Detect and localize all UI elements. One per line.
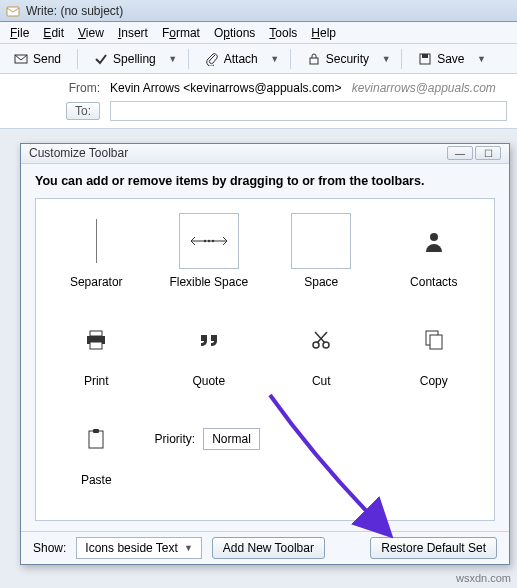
attach-button[interactable]: Attach [199, 49, 264, 69]
check-icon [94, 52, 108, 66]
item-space[interactable]: Space [267, 213, 376, 308]
item-separator[interactable]: Separator [42, 213, 151, 308]
copy-icon [404, 312, 464, 368]
menu-edit[interactable]: Edit [43, 26, 64, 40]
paperclip-icon [205, 52, 219, 66]
item-paste[interactable]: Paste [42, 411, 151, 506]
to-input[interactable] [110, 101, 507, 121]
item-label: Cut [312, 374, 331, 388]
svg-point-6 [208, 240, 210, 242]
menu-insert[interactable]: Insert [118, 26, 148, 40]
show-value: Icons beside Text [85, 541, 178, 555]
from-label: From: [10, 81, 110, 95]
item-label: Flexible Space [169, 275, 248, 289]
send-icon [14, 52, 28, 66]
item-quote[interactable]: Quote [155, 312, 264, 407]
item-label: Quote [192, 374, 225, 388]
save-icon [418, 52, 432, 66]
priority-label: Priority: [155, 432, 196, 446]
menubar: File Edit View Insert Format Options Too… [0, 22, 517, 44]
window-title: Write: (no subject) [26, 4, 123, 18]
dialog-footer: Show: Icons beside Text ▼ Add New Toolba… [21, 531, 509, 564]
spelling-button[interactable]: Spelling [88, 49, 162, 69]
toolbar-separator [188, 49, 189, 69]
contacts-icon [404, 213, 464, 269]
save-dropdown[interactable]: ▼ [476, 54, 486, 64]
window-titlebar: Write: (no subject) [0, 0, 517, 22]
paste-icon [66, 411, 126, 467]
watermark: wsxdn.com [456, 572, 511, 584]
svg-rect-4 [422, 54, 428, 58]
minimize-button[interactable]: — [447, 146, 473, 160]
security-label: Security [326, 52, 369, 66]
item-label: Space [304, 275, 338, 289]
chevron-down-icon: ▼ [184, 543, 193, 553]
menu-options[interactable]: Options [214, 26, 255, 40]
svg-rect-2 [310, 58, 318, 64]
send-label: Send [33, 52, 61, 66]
svg-point-8 [430, 233, 438, 241]
svg-point-7 [212, 240, 214, 242]
attach-label: Attach [224, 52, 258, 66]
cut-icon [291, 312, 351, 368]
item-label: Paste [81, 473, 112, 487]
menu-tools[interactable]: Tools [269, 26, 297, 40]
dialog-title: Customize Toolbar [29, 146, 128, 160]
separator-icon [96, 219, 97, 263]
svg-rect-11 [90, 342, 102, 349]
toolbar-separator [290, 49, 291, 69]
item-priority[interactable]: Priority: Normal [155, 411, 376, 467]
menu-view[interactable]: View [78, 26, 104, 40]
save-label: Save [437, 52, 464, 66]
svg-rect-9 [90, 331, 102, 336]
item-cut[interactable]: Cut [267, 312, 376, 407]
from-value[interactable]: Kevin Arrows <kevinarrows@appuals.com> [110, 81, 342, 95]
toolbar-items-panel: Separator Flexible Space Space [35, 198, 495, 521]
spelling-dropdown[interactable]: ▼ [168, 54, 178, 64]
flexible-space-icon [179, 213, 239, 269]
item-label: Copy [420, 374, 448, 388]
item-flexible-space[interactable]: Flexible Space [155, 213, 264, 308]
item-contacts[interactable]: Contacts [380, 213, 489, 308]
svg-rect-17 [93, 429, 99, 433]
item-label: Separator [70, 275, 123, 289]
item-label: Contacts [410, 275, 457, 289]
svg-rect-16 [89, 431, 103, 448]
add-new-toolbar-button[interactable]: Add New Toolbar [212, 537, 325, 559]
btn-label: Add New Toolbar [223, 541, 314, 555]
dialog-instructions: You can add or remove items by dragging … [35, 174, 495, 188]
app-icon [6, 4, 20, 18]
main-toolbar: Send Spelling ▼ Attach ▼ Security ▼ Save… [0, 44, 517, 74]
priority-value: Normal [212, 432, 251, 446]
toolbar-separator [77, 49, 78, 69]
print-icon [66, 312, 126, 368]
priority-select[interactable]: Normal [203, 428, 260, 450]
show-select[interactable]: Icons beside Text ▼ [76, 537, 201, 559]
quote-icon [179, 312, 239, 368]
menu-help[interactable]: Help [311, 26, 336, 40]
dialog-titlebar: Customize Toolbar — ☐ [21, 144, 509, 164]
from-account: kevinarrows@appuals.com [352, 81, 496, 95]
show-label: Show: [33, 541, 66, 555]
security-dropdown[interactable]: ▼ [381, 54, 391, 64]
send-button[interactable]: Send [8, 49, 67, 69]
svg-rect-15 [430, 335, 442, 349]
restore-default-set-button[interactable]: Restore Default Set [370, 537, 497, 559]
svg-point-5 [204, 240, 206, 242]
item-print[interactable]: Print [42, 312, 151, 407]
save-button[interactable]: Save [412, 49, 470, 69]
btn-label: Restore Default Set [381, 541, 486, 555]
space-icon [291, 213, 351, 269]
item-copy[interactable]: Copy [380, 312, 489, 407]
spelling-label: Spelling [113, 52, 156, 66]
security-button[interactable]: Security [301, 49, 375, 69]
menu-format[interactable]: Format [162, 26, 200, 40]
attach-dropdown[interactable]: ▼ [270, 54, 280, 64]
menu-file[interactable]: File [10, 26, 29, 40]
maximize-button[interactable]: ☐ [475, 146, 501, 160]
to-button[interactable]: To: [66, 102, 100, 120]
toolbar-separator [401, 49, 402, 69]
address-area: From: Kevin Arrows <kevinarrows@appuals.… [0, 74, 517, 129]
customize-toolbar-dialog: Customize Toolbar — ☐ You can add or rem… [20, 143, 510, 565]
item-label: Print [84, 374, 109, 388]
